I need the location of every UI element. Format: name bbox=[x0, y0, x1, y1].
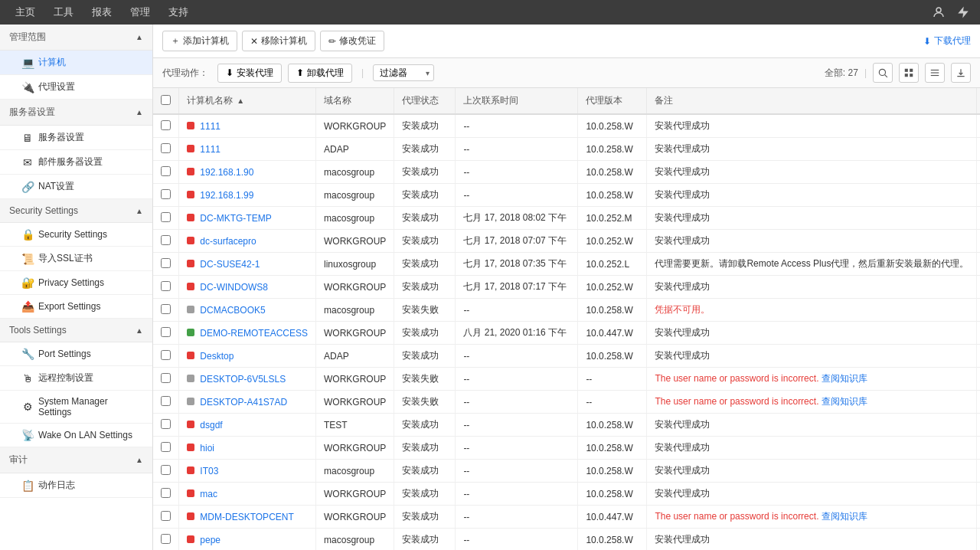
status-dot bbox=[187, 375, 194, 382]
sidebar-section-tools-header[interactable]: Tools Settings ▲ bbox=[0, 319, 152, 342]
computer-name[interactable]: dsgdf bbox=[200, 420, 222, 431]
nav-tools[interactable]: 工具 bbox=[44, 0, 83, 25]
sidebar-item-mail-server[interactable]: ✉ 邮件服务器设置 bbox=[0, 150, 152, 175]
note-text: 安装代理成功 bbox=[655, 442, 710, 453]
sidebar-item-privacy[interactable]: 🔐 Privacy Settings bbox=[0, 271, 152, 295]
sidebar-item-proxy-settings[interactable]: 🔌 代理设置 bbox=[0, 75, 152, 100]
user-icon[interactable] bbox=[928, 2, 949, 23]
sidebar-section-security-header[interactable]: Security Settings ▲ bbox=[0, 199, 152, 223]
computer-name[interactable]: DC-WINDOWS8 bbox=[200, 282, 268, 293]
download-agent-button[interactable]: ⬇ 下载代理 bbox=[923, 34, 971, 47]
row-checkbox[interactable] bbox=[161, 350, 171, 360]
computer-name[interactable]: 192.168.1.99 bbox=[200, 190, 253, 201]
sidebar-section-management-header[interactable]: 管理范围 ▲ bbox=[0, 25, 152, 51]
computer-name[interactable]: pepe bbox=[200, 535, 220, 545]
row-checkbox[interactable] bbox=[161, 120, 171, 130]
grid-view-button[interactable] bbox=[899, 63, 919, 83]
row-checkbox[interactable] bbox=[161, 143, 171, 153]
sidebar-item-system-manager[interactable]: ⚙ System Manager Settings bbox=[0, 391, 152, 424]
row-checkbox[interactable] bbox=[161, 212, 171, 222]
computer-name[interactable]: dc-surfacepro bbox=[200, 236, 256, 247]
row-checkbox[interactable] bbox=[161, 281, 171, 291]
computer-name[interactable]: DESKTOP-6V5LSLS bbox=[200, 374, 286, 385]
computer-name[interactable]: 1111 bbox=[200, 121, 220, 132]
row-checkbox[interactable] bbox=[161, 396, 171, 406]
sidebar-item-wake-on-lan[interactable]: 📡 Wake On LAN Settings bbox=[0, 424, 152, 447]
sidebar-item-action-log[interactable]: 📋 动作日志 bbox=[0, 473, 152, 498]
computer-name[interactable]: MDM-DESKTOPCENT bbox=[200, 512, 293, 522]
row-checkbox[interactable] bbox=[161, 488, 171, 498]
row-checkbox[interactable] bbox=[161, 442, 171, 452]
computer-name[interactable]: hioi bbox=[200, 443, 214, 453]
modify-credentials-button[interactable]: ✏ 修改凭证 bbox=[320, 31, 384, 51]
download-icon: ⬇ bbox=[923, 36, 931, 47]
computer-name[interactable]: DESKTOP-A41S7AD bbox=[200, 397, 287, 408]
computer-name[interactable]: DEMO-REMOTEACCESS bbox=[200, 328, 308, 339]
sidebar-item-security-settings[interactable]: 🔒 Security Settings bbox=[0, 223, 152, 247]
remove-computer-button[interactable]: ✕ 移除计算机 bbox=[242, 31, 315, 51]
cell-status: 安装成功 bbox=[394, 184, 456, 207]
th-domain[interactable]: 域名称 bbox=[316, 88, 394, 114]
install-agent-button[interactable]: ⬇ 安装代理 bbox=[217, 64, 282, 83]
th-status[interactable]: 代理状态 bbox=[394, 88, 456, 114]
nav-manage[interactable]: 管理 bbox=[121, 0, 159, 25]
computer-name[interactable]: mac bbox=[200, 489, 217, 499]
row-checkbox[interactable] bbox=[161, 534, 171, 544]
computer-name[interactable]: IT03 bbox=[200, 466, 218, 476]
row-checkbox[interactable] bbox=[161, 304, 171, 314]
sidebar-item-remote-control[interactable]: 🖱 远程控制设置 bbox=[0, 366, 152, 391]
computer-name[interactable]: DC-SUSE42-1 bbox=[200, 259, 260, 270]
row-checkbox[interactable] bbox=[161, 465, 171, 475]
knowledge-base-link[interactable]: 查阅知识库 bbox=[822, 373, 867, 384]
th-name[interactable]: 计算机名称 ▲ bbox=[179, 88, 316, 114]
select-all-checkbox[interactable] bbox=[161, 95, 171, 105]
computer-name[interactable]: 192.168.1.90 bbox=[200, 167, 253, 178]
th-version[interactable]: 代理版本 bbox=[578, 88, 647, 114]
row-checkbox[interactable] bbox=[161, 373, 171, 383]
row-checkbox[interactable] bbox=[161, 327, 171, 337]
search-button[interactable] bbox=[873, 63, 893, 83]
sidebar-item-import-ssl[interactable]: 📜 导入SSL证书 bbox=[0, 247, 152, 271]
uninstall-agent-button[interactable]: ⬆ 卸载代理 bbox=[288, 64, 352, 83]
row-checkbox[interactable] bbox=[161, 189, 171, 199]
row-checkbox[interactable] bbox=[161, 166, 171, 176]
add-computer-button[interactable]: ＋ 添加计算机 bbox=[162, 31, 237, 51]
export-data-button[interactable] bbox=[951, 63, 971, 83]
sidebar-section-audit-header[interactable]: 审计 ▲ bbox=[0, 447, 152, 473]
filter-select[interactable]: 过滤器 bbox=[373, 64, 434, 81]
lightning-icon[interactable] bbox=[952, 2, 974, 23]
svg-point-0 bbox=[936, 8, 941, 12]
sidebar-item-nat[interactable]: 🔗 NAT设置 bbox=[0, 175, 152, 199]
sidebar-item-server-settings[interactable]: 🖥 服务器设置 bbox=[0, 126, 152, 150]
row-checkbox[interactable] bbox=[161, 258, 171, 268]
nav-support[interactable]: 支持 bbox=[159, 0, 198, 25]
th-time[interactable]: 上次联系时间 bbox=[456, 88, 578, 114]
knowledge-base-link[interactable]: 查阅知识库 bbox=[822, 396, 867, 407]
sidebar-item-export[interactable]: 📤 Export Settings bbox=[0, 295, 152, 319]
row-checkbox[interactable] bbox=[161, 511, 171, 521]
nav-reports[interactable]: 报表 bbox=[83, 0, 121, 25]
row-checkbox[interactable] bbox=[161, 419, 171, 429]
list-view-button[interactable] bbox=[925, 63, 945, 83]
cell-version: 10.0.258.W bbox=[578, 299, 647, 322]
cell-time: -- bbox=[456, 437, 578, 460]
computer-name[interactable]: Desktop bbox=[200, 351, 234, 362]
knowledge-base-link[interactable]: 查阅知识库 bbox=[822, 511, 867, 522]
nav-home[interactable]: 主页 bbox=[6, 0, 44, 25]
table-row: DC-WINDOWS8 WORKGROUP 安装成功 七月 17, 2018 0… bbox=[153, 276, 980, 299]
cell-time: -- bbox=[456, 391, 578, 414]
cell-time: -- bbox=[456, 299, 578, 322]
table-row: 1111 WORKGROUP 安装成功 -- 10.0.258.W 安装代理成功… bbox=[153, 114, 980, 138]
computer-name[interactable]: 1111 bbox=[200, 144, 220, 155]
sidebar-section-server-header[interactable]: 服务器设置 ▲ bbox=[0, 100, 152, 126]
th-note[interactable]: 备注 bbox=[647, 88, 977, 114]
row-checkbox[interactable] bbox=[161, 235, 171, 245]
computer-name[interactable]: DCMACBOOK5 bbox=[200, 305, 265, 316]
computer-name[interactable]: DC-MKTG-TEMP bbox=[200, 213, 271, 224]
sidebar-item-port[interactable]: 🔧 Port Settings bbox=[0, 342, 152, 366]
cell-time: -- bbox=[456, 483, 578, 506]
note-text: 安装代理成功 bbox=[655, 419, 710, 430]
th-user[interactable]: 登录的用户 bbox=[977, 88, 980, 114]
sidebar-item-computers[interactable]: 💻 计算机 bbox=[0, 51, 152, 75]
cell-name: DC-SUSE42-1 bbox=[179, 253, 316, 276]
